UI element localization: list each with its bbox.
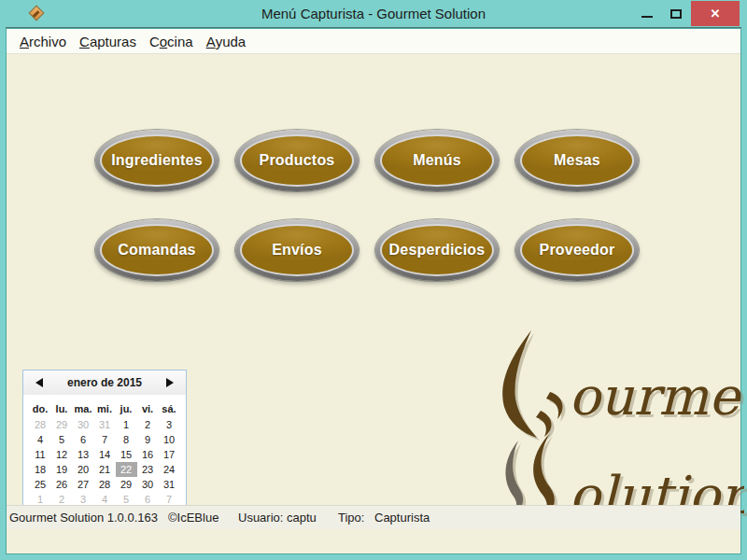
button-proveedor[interactable]: Proveedor (515, 219, 639, 281)
calendar-day[interactable]: 31 (94, 417, 116, 432)
calendar-day[interactable]: 2 (137, 417, 159, 432)
close-icon: ✕ (711, 7, 721, 21)
button-mesas[interactable]: Mesas (515, 130, 639, 191)
calendar-day[interactable]: 14 (94, 447, 116, 462)
status-version: Gourmet Solution 1.0.0.163 (9, 511, 158, 525)
calendar-day[interactable]: 17 (159, 447, 180, 462)
calendar-day[interactable]: 15 (116, 447, 137, 462)
button-envios[interactable]: Envíos (235, 219, 359, 281)
calendar-day[interactable]: 28 (30, 417, 51, 432)
menubar: Archivo Capturas Cocina Ayuda (7, 29, 740, 54)
calendar-dayname: ju. (116, 403, 137, 414)
calendar-day[interactable]: 13 (73, 447, 94, 462)
titlebar[interactable]: Menú Capturista - Gourmet Solution ✕ (6, 0, 741, 28)
calendar-day[interactable]: 5 (51, 432, 73, 447)
button-ingredientes[interactable]: Ingredientes (95, 130, 218, 191)
maximize-button[interactable] (661, 1, 691, 26)
calendar-title: enero de 2015 (67, 376, 142, 389)
calendar-day[interactable]: 19 (51, 462, 73, 477)
calendar-day[interactable]: 9 (137, 432, 159, 447)
calendar-day[interactable]: 3 (159, 417, 180, 432)
calendar-day[interactable]: 28 (94, 477, 116, 492)
logo-comma-swirl (546, 392, 563, 419)
main-button-grid: Ingredientes Productos Menús Mesas Coman… (95, 130, 639, 281)
calendar-day[interactable]: 18 (30, 462, 51, 477)
menu-item-capturas[interactable]: Capturas (73, 29, 143, 53)
calendar-dayname: ma. (73, 403, 94, 414)
button-desperdicios[interactable]: Desperdicios (375, 219, 499, 281)
app-window: Menú Capturista - Gourmet Solution ✕ Arc… (0, 0, 747, 560)
calendar: enero de 2015 do.lu.ma.mi.ju.vi.sá. 2829… (22, 370, 187, 519)
button-productos[interactable]: Productos (235, 130, 359, 191)
status-copyright: ©IcEBlue (168, 511, 218, 525)
minimize-button[interactable] (633, 1, 661, 26)
app-flame-icon (29, 6, 45, 21)
calendar-day[interactable]: 31 (159, 477, 180, 492)
menu-item-ayuda[interactable]: Ayuda (200, 29, 253, 53)
calendar-day[interactable]: 16 (137, 447, 159, 462)
status-type-value: Capturista (374, 511, 430, 525)
logo-g-swirl (502, 330, 537, 438)
calendar-next-icon[interactable] (166, 378, 174, 387)
calendar-day[interactable]: 4 (30, 432, 51, 447)
calendar-day[interactable]: 22 (116, 462, 137, 477)
calendar-header: enero de 2015 (23, 371, 186, 395)
calendar-dayname: mi. (94, 403, 116, 414)
calendar-day[interactable]: 10 (159, 432, 180, 447)
calendar-dayname: lu. (51, 403, 73, 414)
status-user-label: Usuario: (238, 511, 283, 525)
calendar-dayname: do. (30, 403, 51, 414)
window-body: Archivo Capturas Cocina Ayuda Ingredient… (6, 28, 741, 554)
logo-g-hook (536, 411, 552, 437)
gourmet-solution-logo: ourmet olution (490, 329, 744, 521)
calendar-day[interactable]: 20 (73, 462, 94, 477)
calendar-day[interactable]: 30 (73, 417, 94, 432)
button-comandas[interactable]: Comandas (95, 219, 218, 281)
button-menus[interactable]: Menús (375, 130, 499, 191)
calendar-dayname: sá. (159, 403, 180, 414)
calendar-day[interactable]: 25 (30, 477, 51, 492)
status-user-value: captu (287, 511, 317, 525)
window-title: Menú Capturista - Gourmet Solution (6, 0, 741, 28)
calendar-day[interactable]: 27 (73, 477, 94, 492)
maximize-icon (670, 9, 682, 19)
calendar-day[interactable]: 23 (137, 462, 159, 477)
calendar-day[interactable]: 30 (137, 477, 159, 492)
calendar-prev-icon[interactable] (35, 378, 43, 387)
calendar-grid: 2829303112345678910111213141516171819202… (23, 417, 186, 507)
minimize-icon (641, 16, 653, 18)
close-button[interactable]: ✕ (691, 1, 740, 26)
status-type-label: Tipo: (338, 511, 364, 525)
calendar-day[interactable]: 24 (159, 462, 180, 477)
calendar-day[interactable]: 12 (51, 447, 73, 462)
calendar-day[interactable]: 29 (116, 477, 137, 492)
menu-item-archivo[interactable]: Archivo (13, 29, 73, 53)
calendar-day[interactable]: 1 (116, 417, 137, 432)
calendar-day[interactable]: 6 (73, 432, 94, 447)
calendar-day[interactable]: 29 (51, 417, 73, 432)
calendar-day[interactable]: 21 (94, 462, 116, 477)
logo-text-line1: ourmet (569, 366, 744, 427)
calendar-dayname: vi. (137, 403, 159, 414)
calendar-day[interactable]: 8 (116, 432, 137, 447)
menu-item-cocina[interactable]: Cocina (143, 29, 200, 53)
calendar-day[interactable]: 26 (51, 477, 73, 492)
statusbar: Gourmet Solution 1.0.0.163 ©IcEBlue Usua… (7, 505, 740, 529)
calendar-daynames: do.lu.ma.mi.ju.vi.sá. (23, 403, 186, 414)
client-area: Ingredientes Productos Menús Mesas Coman… (7, 54, 740, 529)
window-controls: ✕ (633, 1, 740, 26)
calendar-day[interactable]: 11 (30, 447, 51, 462)
calendar-day[interactable]: 7 (94, 432, 116, 447)
